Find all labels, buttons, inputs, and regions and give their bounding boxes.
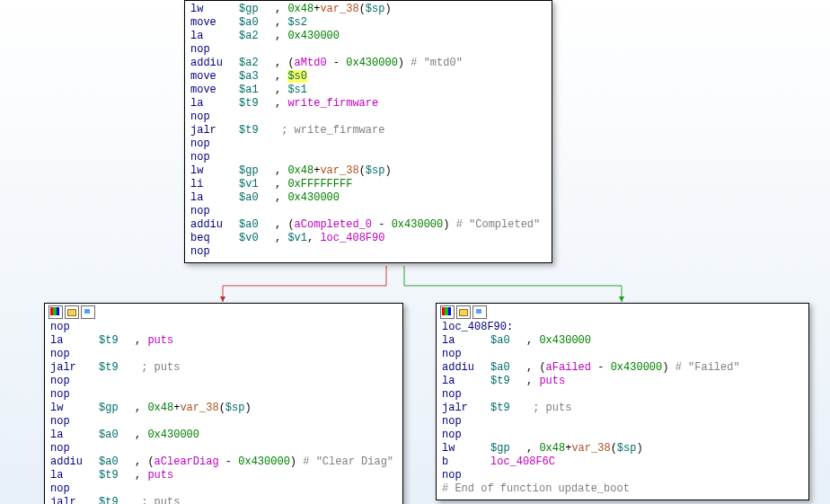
block-toolbar (45, 304, 402, 319)
folder-icon[interactable] (456, 305, 471, 319)
color-icon[interactable] (440, 305, 455, 319)
disasm-block-left[interactable]: nopla$t9, putsnopjalr$t9 ; putsnopnoplw$… (44, 303, 403, 504)
folder-icon[interactable] (65, 305, 79, 319)
disasm-code: lw$gp, 0x48+var_38($sp)move$a0, $s2la$a2… (185, 1, 552, 262)
grid-icon[interactable] (81, 305, 95, 319)
grid-icon[interactable] (472, 305, 487, 319)
color-icon[interactable] (49, 305, 63, 319)
disasm-code: nopla$t9, putsnopjalr$t9 ; putsnopnoplw$… (45, 319, 402, 504)
disasm-code: loc_408F90:la$a0, 0x430000nopaddiu$a0, (… (437, 319, 808, 500)
disasm-block-top[interactable]: lw$gp, 0x48+var_38($sp)move$a0, $s2la$a2… (184, 0, 552, 263)
disasm-block-right[interactable]: loc_408F90:la$a0, 0x430000nopaddiu$a0, (… (436, 303, 809, 500)
block-toolbar (437, 304, 808, 319)
